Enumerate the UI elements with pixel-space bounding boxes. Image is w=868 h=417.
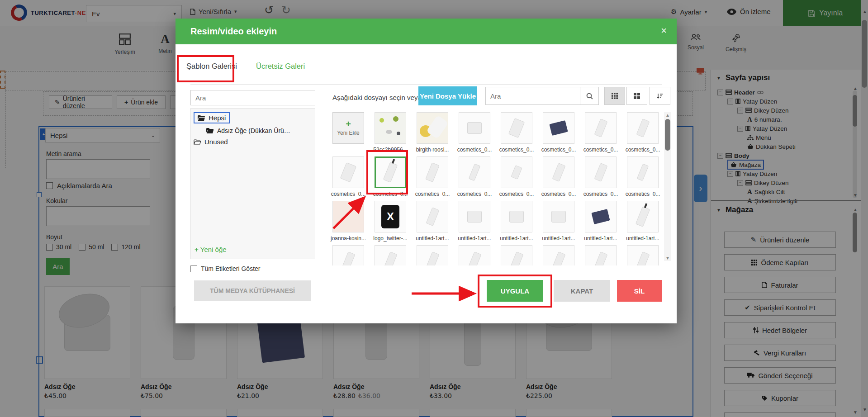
gallery-item[interactable]: joanna-kosin...: [332, 201, 364, 245]
gallery-thumbnail[interactable]: [501, 112, 532, 144]
gallery-item[interactable]: cosmetics_0...: [543, 156, 574, 201]
scroll-down-icon[interactable]: ▼: [665, 256, 670, 261]
gallery-thumbnail[interactable]: [543, 245, 574, 265]
gallery-item[interactable]: Xlogo_twitter-...: [375, 201, 406, 245]
thumb-shape: [426, 207, 439, 226]
gallery-thumbnail[interactable]: [417, 156, 448, 188]
thumb-shape: [636, 206, 650, 227]
gallery-thumbnail[interactable]: [627, 156, 659, 188]
gallery-thumbnail[interactable]: [459, 112, 490, 144]
gallery-item-label: cosmetics_0...: [412, 191, 453, 197]
gallery-thumbnail[interactable]: [543, 201, 574, 232]
gallery-item-label: cosmetics_0...: [496, 191, 537, 197]
gallery-thumbnail[interactable]: [627, 112, 659, 144]
selected-folder[interactable]: Hepsi: [194, 112, 230, 123]
media-library-button[interactable]: TÜM MEDYA KÜTÜPHANESİ: [194, 280, 311, 301]
gallery-item-label: untitled-1art...: [580, 235, 621, 242]
folder-search-input[interactable]: [190, 90, 315, 105]
close-button[interactable]: KAPAT: [554, 280, 610, 302]
folder-item[interactable]: Unused: [194, 138, 315, 146]
thumb-shape: [552, 251, 565, 265]
gallery-thumbnail[interactable]: [417, 245, 448, 265]
folder-item[interactable]: Hepsi: [194, 112, 315, 123]
gallery-search-input[interactable]: [485, 87, 580, 105]
thumb-shape: [467, 122, 482, 134]
gallery-thumbnail[interactable]: [543, 112, 574, 144]
sort-toggle[interactable]: [650, 87, 670, 105]
gallery-item[interactable]: untitled-1art...: [417, 201, 448, 245]
grid-scrollbar[interactable]: ▲ ▼: [664, 112, 671, 261]
gallery-thumbnail[interactable]: [459, 156, 490, 188]
gallery-thumbnail[interactable]: [501, 201, 532, 232]
gallery-item[interactable]: cosmetics_0...: [627, 112, 659, 156]
gallery-item[interactable]: untitled-1art...: [627, 201, 659, 245]
gallery-item[interactable]: cosmetics_0...: [501, 156, 532, 201]
gallery-thumbnail[interactable]: [332, 245, 364, 265]
gallery-item[interactable]: [459, 245, 490, 265]
close-icon[interactable]: ×: [661, 25, 667, 37]
thumb-shape: [340, 162, 356, 182]
close-label: KAPAT: [571, 287, 593, 295]
view-modules-toggle[interactable]: [626, 87, 647, 105]
gallery-item[interactable]: [585, 245, 617, 265]
gallery-item-label: cosmetics_0...: [330, 191, 369, 197]
gallery-thumbnail[interactable]: [375, 112, 406, 144]
gallery-thumbnail[interactable]: [332, 156, 364, 188]
grid-scrollbar-thumb[interactable]: [665, 119, 670, 151]
picker-hint: Aşağıdaki dosyayı seçin veya: [332, 90, 422, 105]
checkbox[interactable]: [190, 265, 197, 272]
gallery-thumbnail[interactable]: [332, 201, 364, 232]
gallery-thumbnail[interactable]: X: [375, 201, 406, 232]
gallery-item[interactable]: [627, 245, 659, 265]
gallery-item[interactable]: cosmetics_0...: [543, 112, 574, 156]
scroll-up-icon[interactable]: ▲: [665, 113, 670, 118]
gallery-item[interactable]: untitled-1art...: [501, 201, 532, 245]
gallery-item-label: cosmetics_0...: [622, 191, 661, 197]
gallery-thumbnail[interactable]: [543, 156, 574, 188]
gallery-thumbnail[interactable]: [459, 201, 490, 232]
gallery-item[interactable]: cosmetics_0...: [501, 112, 532, 156]
gallery-item[interactable]: cosmetics_0...: [585, 156, 617, 201]
gallery-thumbnail[interactable]: [417, 112, 448, 144]
gallery-item[interactable]: untitled-1art...: [459, 201, 490, 245]
gallery-item[interactable]: [501, 245, 532, 265]
gallery-item[interactable]: birgith-roosi...: [417, 112, 448, 156]
gallery-thumbnail[interactable]: [501, 245, 532, 265]
gallery-thumbnail[interactable]: [585, 201, 617, 232]
gallery-item[interactable]: cosmetics_0...: [585, 112, 617, 156]
new-folder-item-button[interactable]: + Yeni öğe: [194, 246, 227, 253]
gallery-item[interactable]: cosmetics_0...: [417, 156, 448, 201]
gallery-item[interactable]: [543, 245, 574, 265]
gallery-thumbnail[interactable]: [585, 245, 617, 265]
thumb-shape: [426, 251, 439, 265]
gallery-item[interactable]: [417, 245, 448, 265]
thumb-shape: [637, 164, 649, 181]
gallery-item[interactable]: untitled-1art...: [543, 201, 574, 245]
gallery-item-label: birgith-roosi...: [412, 147, 453, 153]
gallery-thumbnail[interactable]: [585, 156, 617, 188]
gallery-thumbnail[interactable]: [627, 245, 659, 265]
gallery-item[interactable]: [332, 245, 364, 265]
delete-button[interactable]: SİL: [617, 280, 662, 302]
gallery-item[interactable]: cosmetics_0...: [627, 156, 659, 201]
gallery-item[interactable]: untitled-1art...: [585, 201, 617, 245]
folder-item[interactable]: Adsız Öğe (Dükkan Ürü…: [206, 127, 315, 134]
search-icon[interactable]: [580, 87, 599, 105]
add-new-file-tile[interactable]: +Yeni Ekle: [332, 112, 364, 156]
gallery-thumbnail[interactable]: [375, 245, 406, 265]
gallery-thumbnail[interactable]: [459, 245, 490, 265]
gallery-thumbnail[interactable]: [417, 201, 448, 232]
gallery-item[interactable]: [375, 245, 406, 265]
gallery-item[interactable]: cosmetics_0...: [459, 156, 490, 201]
show-all-tags[interactable]: Tüm Etiketleri Göster: [190, 265, 260, 272]
add-new-file-tile-inner[interactable]: +Yeni Ekle: [332, 112, 364, 144]
gallery-thumbnail[interactable]: [501, 156, 532, 188]
tab-free-gallery[interactable]: Ücretsiz Galeri: [256, 62, 305, 71]
gallery-thumbnail[interactable]: [585, 112, 617, 144]
gallery-item[interactable]: cosmetics_0...: [459, 112, 490, 156]
upload-new-file-button[interactable]: Yeni Dosya Yükle: [418, 86, 477, 105]
gallery-thumbnail[interactable]: [627, 201, 659, 232]
gallery-item-label: cosmetics_0...: [580, 191, 621, 197]
view-grid-toggle[interactable]: [604, 87, 625, 105]
gallery-item[interactable]: cosmetics_0...: [332, 156, 364, 201]
